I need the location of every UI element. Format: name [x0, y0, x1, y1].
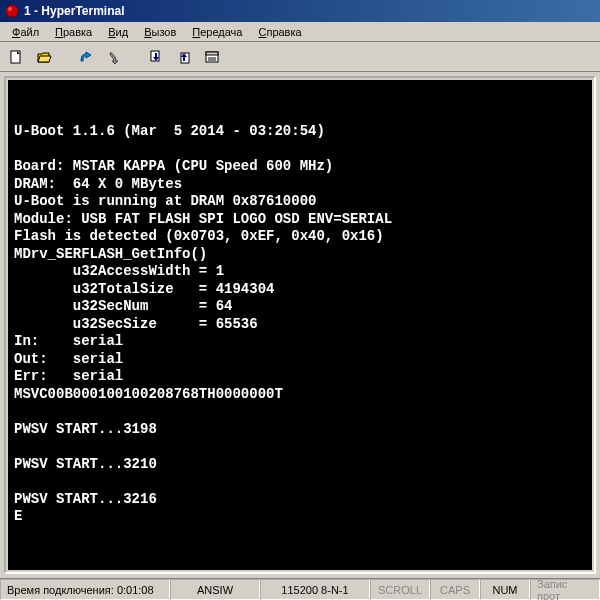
status-caps: CAPS	[430, 579, 480, 600]
menubar: Файл Правка Вид Вызов Передача Справка	[0, 22, 600, 42]
disconnect-button[interactable]	[102, 45, 126, 69]
svg-point-1	[8, 7, 12, 11]
svg-point-0	[6, 5, 18, 17]
new-button[interactable]	[4, 45, 28, 69]
menu-transfer[interactable]: Передача	[184, 24, 250, 40]
status-rest: Запис прот	[530, 579, 600, 600]
titlebar: 1 - HyperTerminal	[0, 0, 600, 22]
status-mode: ANSIW	[170, 579, 260, 600]
menu-file[interactable]: Файл	[4, 24, 47, 40]
terminal-border: U-Boot 1.1.6 (Mar 5 2014 - 03:20:54) Boa…	[4, 76, 596, 574]
status-baud: 115200 8-N-1	[260, 579, 370, 600]
menu-help[interactable]: Справка	[250, 24, 309, 40]
status-scroll: SCROLL	[370, 579, 430, 600]
terminal-container: U-Boot 1.1.6 (Mar 5 2014 - 03:20:54) Boa…	[0, 72, 600, 578]
properties-button[interactable]	[200, 45, 224, 69]
status-connection-time: Время подключения: 0:01:08	[0, 579, 170, 600]
terminal-output[interactable]: U-Boot 1.1.6 (Mar 5 2014 - 03:20:54) Boa…	[8, 80, 592, 570]
svg-rect-6	[206, 52, 218, 55]
menu-view[interactable]: Вид	[100, 24, 136, 40]
connect-button[interactable]	[74, 45, 98, 69]
window-title: 1 - HyperTerminal	[24, 4, 124, 18]
menu-call[interactable]: Вызов	[136, 24, 184, 40]
app-icon	[4, 3, 20, 19]
toolbar	[0, 42, 600, 72]
statusbar: Время подключения: 0:01:08 ANSIW 115200 …	[0, 578, 600, 600]
receive-button[interactable]	[172, 45, 196, 69]
open-button[interactable]	[32, 45, 56, 69]
send-button[interactable]	[144, 45, 168, 69]
status-num: NUM	[480, 579, 530, 600]
menu-edit[interactable]: Правка	[47, 24, 100, 40]
